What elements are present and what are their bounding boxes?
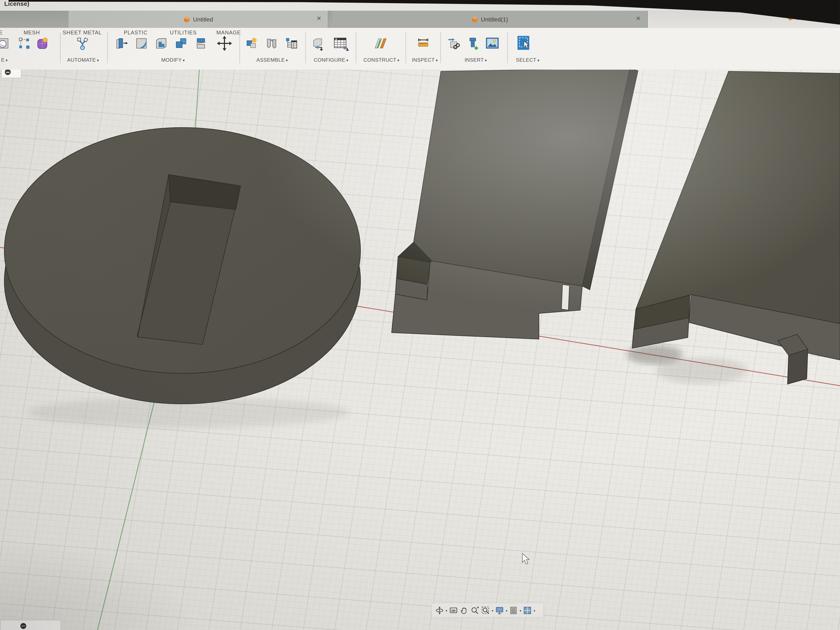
title-row: License) — [0, 0, 840, 11]
display-settings-icon[interactable] — [495, 606, 504, 615]
section-insert[interactable]: INSERT▾ — [446, 57, 505, 63]
section-modify[interactable]: MODIFY▾ — [144, 57, 202, 63]
fillet-icon[interactable] — [134, 35, 149, 52]
workspace-tab-mesh[interactable]: MESH — [24, 29, 40, 35]
section-create-fragment[interactable]: E▾ — [0, 57, 60, 63]
pan-icon[interactable] — [459, 606, 469, 615]
tab-glove-stand[interactable]: Glove Stand* — [788, 15, 826, 21]
fit-view-icon[interactable] — [481, 606, 490, 615]
canvas-icon[interactable] — [485, 35, 500, 52]
plate2-tab-right-front — [788, 349, 808, 384]
section-assemble[interactable]: ASSEMBLE▾ — [243, 57, 302, 63]
insert-derive-icon[interactable] — [446, 35, 461, 52]
workspace-tab-manage[interactable]: MANAGE — [216, 29, 241, 35]
tab-untitled[interactable]: Untitled ✕ — [68, 11, 328, 28]
viewport-corner-widget[interactable] — [1, 69, 22, 78]
chevron-down-icon[interactable]: ▾ — [492, 608, 494, 612]
new-component-icon[interactable] — [245, 35, 259, 52]
dark-sphere-icon — [5, 69, 11, 75]
press-pull-icon[interactable] — [114, 35, 129, 52]
pattern-icon[interactable] — [17, 35, 32, 52]
disc-body[interactable] — [5, 128, 361, 404]
toolbar: E MESH SHEET METAL PLASTIC UTILITIES MAN… — [0, 28, 840, 70]
chevron-down-icon[interactable]: ▾ — [519, 608, 521, 612]
configuration-icon[interactable] — [311, 35, 325, 52]
select-icon[interactable] — [515, 35, 532, 52]
look-at-icon[interactable] — [449, 606, 458, 615]
license-text-fragment: License) — [5, 1, 29, 7]
measure-icon[interactable] — [415, 35, 431, 52]
fusion-document-icon — [788, 15, 793, 21]
construction-plane-icon[interactable] — [373, 35, 388, 52]
grid-layout-icon[interactable] — [509, 606, 518, 615]
workspace-tab-fragment[interactable]: E — [0, 29, 3, 35]
photo-of-screen: License) Untitled ✕ Untitled(1) ✕ Glove … — [0, 0, 840, 630]
scene-3d — [0, 69, 840, 630]
zoom-icon[interactable] — [471, 606, 480, 615]
close-icon[interactable]: ✕ — [636, 15, 641, 22]
generative-design-icon[interactable] — [75, 35, 90, 52]
plate-shadow — [656, 358, 747, 384]
document-tab-bar: Untitled ✕ Untitled(1) ✕ Glove Stand* — [0, 11, 840, 28]
chevron-down-icon[interactable]: ▾ — [534, 608, 535, 612]
dark-sphere-icon — [21, 623, 26, 629]
form-icon[interactable] — [35, 35, 51, 52]
sphere-cube-icon[interactable] — [0, 35, 11, 52]
section-automate[interactable]: AUTOMATE▾ — [54, 57, 112, 63]
split-body-icon[interactable] — [193, 35, 208, 52]
chevron-down-icon[interactable]: ▾ — [505, 608, 507, 612]
joint-icon[interactable] — [264, 35, 279, 52]
close-icon[interactable]: ✕ — [316, 15, 322, 22]
section-configure[interactable]: CONFIGURE▾ — [302, 57, 361, 63]
orbit-icon[interactable] — [435, 606, 444, 615]
fusion-document-icon — [183, 16, 190, 23]
section-divider — [107, 32, 108, 63]
tab-title: Glove Stand* — [796, 15, 826, 21]
move-icon[interactable] — [215, 35, 234, 52]
parts-list-icon[interactable] — [284, 35, 299, 52]
workspace-tab-utilities[interactable]: UTILITIES — [170, 29, 197, 35]
section-divider — [441, 32, 441, 63]
plate1-slot — [562, 284, 570, 310]
section-divider — [239, 32, 240, 63]
configuration-table-icon[interactable] — [331, 35, 351, 52]
workspace-tab-plastic[interactable]: PLASTIC — [124, 29, 147, 35]
viewport-canvas[interactable]: ▾ ▾ ▾ ▾ ▾ — [0, 69, 840, 630]
plate1-body[interactable] — [392, 69, 638, 339]
mouse-cursor — [522, 553, 529, 564]
viewport-bottom-widget[interactable] — [0, 620, 61, 630]
chevron-down-icon[interactable]: ▾ — [445, 608, 447, 612]
tab-untitled-1[interactable]: Untitled(1) ✕ — [332, 11, 648, 28]
workspace-tab-sheet-metal[interactable]: SHEET METAL — [63, 29, 102, 35]
viewports-icon[interactable] — [523, 606, 532, 615]
combine-icon[interactable] — [174, 35, 188, 52]
section-select[interactable]: SELECT▾ — [498, 57, 557, 63]
tab-title: Untitled — [193, 16, 213, 22]
plate2-body[interactable] — [632, 71, 840, 384]
navigation-bar: ▾ ▾ ▾ ▾ ▾ — [432, 603, 543, 617]
tab-title: Untitled(1) — [481, 16, 508, 22]
insert-fastener-icon[interactable] — [466, 35, 481, 52]
shell-icon[interactable] — [154, 35, 169, 52]
section-inspect[interactable]: INSPECT▾ — [395, 57, 455, 63]
fusion360-window: License) Untitled ✕ Untitled(1) ✕ Glove … — [0, 0, 840, 630]
fusion-document-icon — [471, 16, 478, 23]
